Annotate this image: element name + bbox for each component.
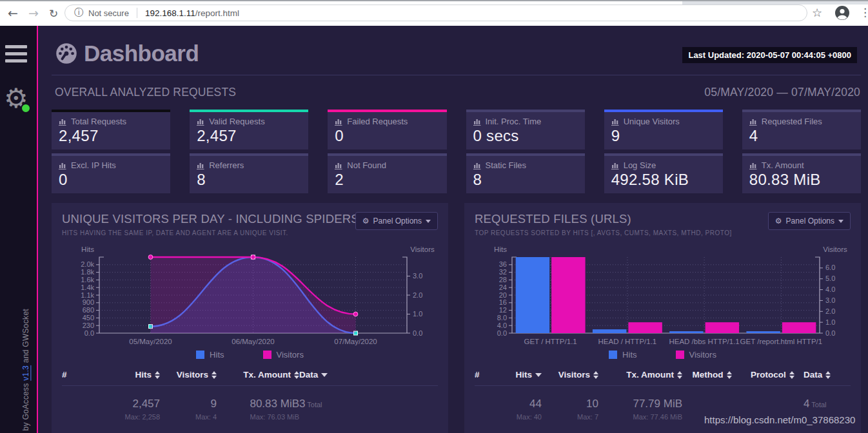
refresh-button[interactable]: ↻	[49, 6, 58, 21]
stat-card: Valid Requests2,457	[190, 110, 308, 149]
svg-text:1.0: 1.0	[825, 318, 835, 326]
svg-text:6.0: 6.0	[825, 264, 835, 271]
column-header-data[interactable]: Data	[804, 370, 851, 386]
svg-text:24: 24	[499, 284, 507, 291]
bookmark-star-icon[interactable]: ☆	[812, 6, 822, 19]
stat-card-label: Init. Proc. Time	[486, 117, 542, 126]
panel-options-button[interactable]: ⚙ Panel Options	[768, 212, 851, 230]
bar-chart-icon	[59, 162, 67, 169]
column-header-method[interactable]: Method	[682, 370, 742, 386]
stat-card-value: 80.83 MiB	[749, 171, 854, 189]
column-header--: #	[62, 370, 84, 386]
chart-legend: HitsVisitors	[62, 350, 438, 360]
column-header-hits[interactable]: Hits	[494, 370, 542, 386]
stat-card-value: 2	[335, 171, 439, 189]
browser-toolbar: ← → ↻ ⓘ Not secure 192.168.1.11/report.h…	[0, 0, 868, 26]
avatar-icon	[834, 5, 850, 21]
requests-table: #HitsVisitorsTx. AmountMethodProtocolDat…	[475, 370, 851, 421]
summary-cell: 2,457Max: 2,258	[84, 386, 160, 421]
stat-card-label: Not Found	[347, 160, 386, 170]
stat-card-value: 0	[59, 171, 163, 189]
menu-toggle-button[interactable]	[5, 45, 27, 66]
stat-card-label: Valid Requests	[209, 117, 264, 126]
settings-button[interactable]: ⚙	[4, 85, 32, 113]
panel-options-label: Panel Options	[786, 216, 834, 226]
svg-text:Hits: Hits	[81, 247, 94, 253]
stat-card: Static Files8	[466, 153, 585, 193]
column-header-data[interactable]: Data	[299, 370, 438, 386]
svg-text:06/May/2020: 06/May/2020	[232, 338, 275, 345]
gear-icon: ⚙	[775, 216, 782, 226]
sort-icon	[294, 371, 299, 379]
stat-card: Log Size492.58 KiB	[604, 153, 723, 193]
summary-cell: 9Max: 4	[160, 386, 217, 421]
column-header--: #	[475, 370, 494, 386]
stat-card: Excl. IP Hits0	[52, 153, 170, 193]
svg-text:05/May/2020: 05/May/2020	[129, 338, 172, 345]
overview-title: OVERALL ANALYZED REQUESTS	[55, 86, 236, 99]
svg-text:1.6k: 1.6k	[81, 276, 94, 284]
stat-card-value: 4	[749, 127, 854, 145]
panel-subtitle: HITS HAVING THE SAME IP, DATE AND AGENT …	[62, 229, 438, 236]
svg-text:3.0: 3.0	[825, 296, 835, 304]
column-header-tx-amount[interactable]: Tx. Amount	[217, 370, 299, 386]
stat-card-value: 2,457	[59, 127, 163, 145]
summary-cell: 3 Total	[299, 386, 438, 421]
svg-text:0.0: 0.0	[825, 329, 835, 337]
omnibox-separator	[137, 8, 137, 18]
chevron-down-icon	[426, 220, 431, 223]
stat-card-label: Static Files	[486, 160, 527, 170]
info-icon[interactable]: ⓘ	[74, 7, 83, 19]
legend-item-visitors: Visitors	[263, 350, 304, 360]
dashboard-gauge-icon	[55, 42, 78, 65]
svg-text:8.0: 8.0	[497, 314, 507, 322]
stat-card-value: 0	[335, 127, 439, 145]
sort-desc-icon	[321, 373, 328, 377]
date-range: 05/MAY/2020 — 07/MAY/2020	[704, 86, 860, 99]
stat-card: Total Requests2,457	[52, 110, 170, 149]
summary-cell	[475, 386, 494, 421]
svg-text:07/May/2020: 07/May/2020	[334, 338, 377, 345]
svg-text:28: 28	[499, 276, 507, 284]
credit-prefix: by GoAccess	[21, 380, 30, 430]
bar-chart-icon	[473, 118, 482, 126]
sort-icon	[727, 371, 732, 379]
svg-text:1.4k: 1.4k	[81, 284, 94, 291]
stat-card-label: Log Size	[624, 160, 656, 170]
stat-card-label: Excl. IP Hits	[71, 160, 116, 170]
profile-avatar[interactable]	[834, 5, 850, 21]
column-header-protocol[interactable]: Protocol	[742, 370, 804, 386]
version-link[interactable]: v1.3	[21, 365, 30, 380]
svg-text:2.0k: 2.0k	[81, 260, 94, 268]
svg-text:1.8k: 1.8k	[81, 268, 94, 276]
bar-chart-icon	[473, 162, 482, 169]
svg-text:GET / HTTP/1.1: GET / HTTP/1.1	[524, 338, 577, 345]
sort-icon	[789, 371, 794, 379]
legend-item-hits: Hits	[196, 350, 224, 360]
column-header-tx-amount[interactable]: Tx. Amount	[598, 370, 682, 386]
bar-chart-icon	[197, 162, 205, 169]
svg-text:230: 230	[83, 322, 94, 329]
column-header-visitors[interactable]: Visitors	[542, 370, 598, 386]
stat-card: Tx. Amount80.83 MiB	[742, 153, 861, 193]
column-header-hits[interactable]: Hits	[84, 370, 160, 386]
back-button[interactable]: ←	[8, 6, 18, 20]
svg-text:36: 36	[499, 260, 507, 268]
summary-cell: 10Max: 7	[542, 386, 598, 421]
visitors-chart: 0.02304506809001.1k1.4k1.6k1.8k2.0k0.01.…	[62, 247, 438, 360]
svg-text:GET /report.html HTTP/1: GET /report.html HTTP/1	[740, 338, 823, 345]
column-header-visitors[interactable]: Visitors	[160, 370, 217, 386]
stat-card: Init. Proc. Time0 secs	[466, 110, 585, 149]
url-bar[interactable]: ⓘ Not secure 192.168.1.11/report.html	[64, 5, 807, 21]
watermark: https://blog.csdn.net/m0_37868230	[704, 414, 855, 425]
forward-button[interactable]: →	[28, 6, 39, 20]
panel-options-button[interactable]: ⚙ Panel Options	[355, 212, 438, 230]
svg-text:Hits: Hits	[494, 247, 507, 253]
stat-card: Failed Requests0	[328, 110, 446, 149]
bar-chart-icon	[335, 162, 343, 169]
svg-text:12: 12	[499, 306, 507, 314]
browser-menu-icon[interactable]: ⋮	[860, 6, 868, 19]
summary-cell: 44Max: 40	[494, 386, 542, 421]
svg-text:0.0: 0.0	[497, 329, 507, 337]
stat-card-value: 0 secs	[473, 127, 578, 145]
